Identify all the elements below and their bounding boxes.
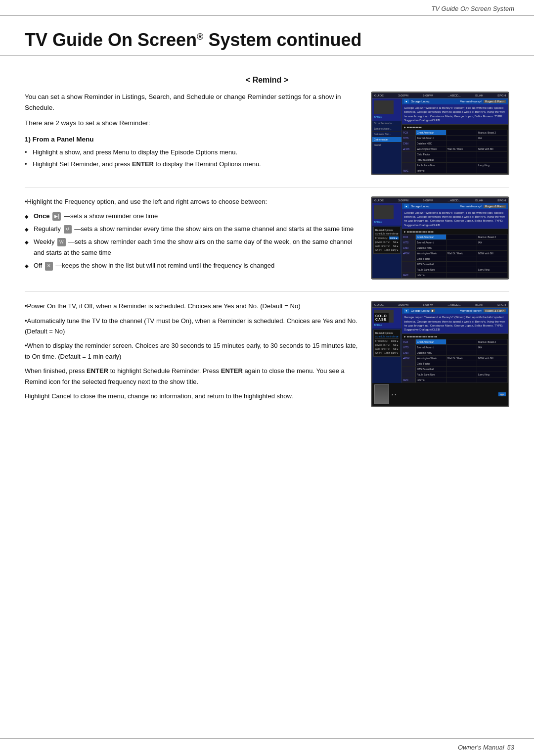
- freq-weekly: Weekly W —sets a show reminder each time…: [25, 236, 359, 258]
- subsection-panel-menu: 1) From a Panel Menu: [25, 136, 359, 143]
- tv-mockup-3: GUIDE3:00PM6:00PM...ABCD...BLAHEFGH COLD…: [371, 301, 509, 407]
- closing-para-2: Highlight Cancel to close the menu, chan…: [25, 391, 359, 401]
- bullet-1: Highlight a show, and press Menu to disp…: [25, 147, 359, 158]
- tv-info-box-1: George Lopez: "Weekend at Benny's" (Sitc…: [402, 104, 508, 125]
- closing-para-1: When finished, press ENTER to highlight …: [25, 366, 359, 387]
- tv-info-box-3: George Lopez: "Weekend at Benny's" (Sitc…: [402, 314, 508, 334]
- power-bullet-1: •Power On the TV, if Off, when a Reminde…: [25, 301, 359, 311]
- freq-regularly: Regularly ↺ —sets a show reminder every …: [25, 224, 359, 235]
- text-col-2: •Highlight the Frequency option, and use…: [25, 196, 359, 280]
- remind-section-heading: < Remind >: [25, 76, 509, 85]
- bullet-2: Highlight Set Reminder, and press ENTER …: [25, 159, 359, 170]
- section-block-3: •Power On the TV, if Off, when a Reminde…: [25, 301, 509, 407]
- tv-channel-bar-1: ●George Lopez MommieHooray! Rages & Rann: [402, 98, 508, 104]
- header-title: TV Guide On Screen System: [431, 5, 514, 12]
- text-col-3: •Power On the TV, if Off, when a Reminde…: [25, 301, 359, 407]
- frequency-list: Once ▶| —sets a show reminder one time R…: [25, 211, 359, 271]
- tv-mockup-2: GUIDE3:00PM6:00PM...ABCD...BLAHEFGH TODA…: [371, 196, 509, 280]
- text-col-1: You can set a show Reminder in Listings,…: [25, 92, 359, 175]
- tv-screen-1: GUIDE3:00PM6:00PM...ABCD...BLAHEFGH TODA…: [371, 92, 509, 175]
- footer-text: Owner's Manual: [458, 744, 504, 751]
- tv-top-bar-2: GUIDE3:00PM6:00PM...ABCD...BLAHEFGH: [372, 198, 508, 203]
- page-number: 53: [507, 744, 514, 751]
- intro-text-1: You can set a show Reminder in Listings,…: [25, 92, 359, 113]
- tv-top-bar-1: GUIDE3:00PM6:00PM...ABCD...BLAHEFGH: [372, 93, 508, 98]
- page-header: TV Guide On Screen System: [0, 0, 534, 16]
- tv-mockup-1: GUIDE3:00PM6:00PM...ABCD...BLAHEFGH TODA…: [371, 92, 509, 175]
- tv-info-box-2: George Lopez: "Weekend at Benny's" (Sitc…: [402, 209, 508, 230]
- freq-off: Off ✕ —keeps the show in the list but wi…: [25, 260, 359, 271]
- section-block-1: You can set a show Reminder in Listings,…: [25, 92, 509, 175]
- page-title: TV Guide On Screen® System continued: [0, 16, 534, 56]
- divider-1: [25, 187, 509, 188]
- divider-2: [25, 291, 509, 292]
- freq-once: Once ▶| —sets a show reminder one time: [25, 211, 359, 222]
- power-bullet-2: •Automatically tune the TV to the channe…: [25, 316, 359, 337]
- tv-top-bar-3: GUIDE3:00PM6:00PM...ABCD...BLAHEFGH: [372, 302, 508, 308]
- tv-screen-2: GUIDE3:00PM6:00PM...ABCD...BLAHEFGH TODA…: [371, 196, 509, 280]
- page-footer: Owner's Manual 53: [0, 738, 534, 756]
- power-bullet-3: •When to display the reminder screen. Ch…: [25, 340, 359, 362]
- section-block-2: •Highlight the Frequency option, and use…: [25, 196, 509, 280]
- intro-text-2: There are 2 ways to set a show Reminder:: [25, 118, 359, 129]
- tv-channel-bar-3: ●George Lopez ▶ MommieHooray! Rages & Ra…: [402, 308, 508, 314]
- tv-channel-bar-2: ●George Lopez MommieHooray! Rages & Rann: [402, 203, 508, 209]
- tv-screen-3: GUIDE3:00PM6:00PM...ABCD...BLAHEFGH COLD…: [371, 301, 509, 407]
- panel-menu-bullets: Highlight a show, and press Menu to disp…: [25, 147, 359, 170]
- frequency-intro: •Highlight the Frequency option, and use…: [25, 196, 359, 207]
